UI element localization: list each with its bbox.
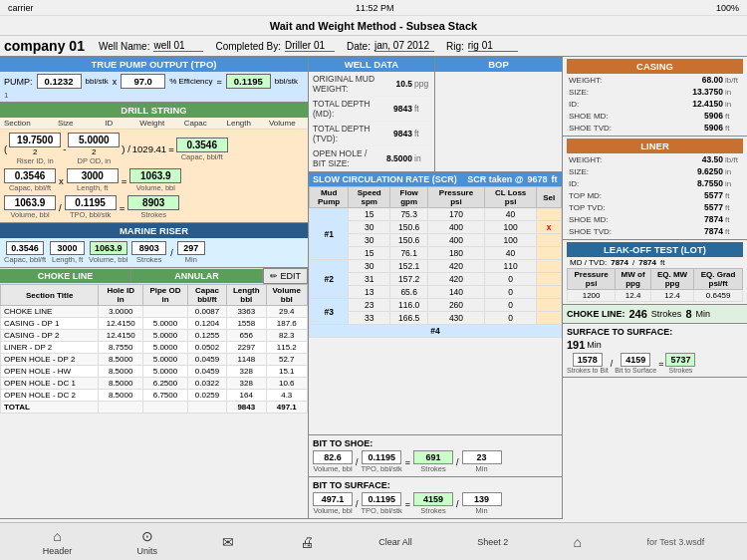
riser-volume: 1063.9 <box>90 241 127 255</box>
scr-pump-label: #2 <box>310 260 349 299</box>
scr-sel-cell[interactable] <box>537 247 562 260</box>
surf-eq: = <box>658 359 663 369</box>
choke-cell: CHOKE LINE <box>1 306 99 318</box>
choke-cell: 5.0000 <box>143 318 188 330</box>
scr-sel-cell[interactable] <box>537 234 562 247</box>
scr-sel-cell[interactable] <box>537 208 562 221</box>
bit-surf-tpo: 0.1195 <box>362 492 401 506</box>
well-data-row: TOTAL DEPTH (MD):9843ft <box>309 97 434 122</box>
choke-summary-min: 8 <box>685 308 691 320</box>
lot-col-mw: MW ofppg <box>616 269 651 290</box>
tpo-result: 0.1195 <box>226 74 271 89</box>
toolbar-clear-all[interactable]: Clear All <box>378 537 412 547</box>
choke-summary-label: CHOKE LINE: <box>567 309 625 319</box>
scr-speed: 15 <box>349 247 390 260</box>
liner-row: SHOE MD:7874ft <box>567 213 743 225</box>
paren-close: ) / <box>122 143 129 154</box>
liner-label: WEIGHT: <box>569 155 685 164</box>
choke-cell: CASING - DP 2 <box>1 330 99 342</box>
choke-cell: 82.3 <box>266 330 308 342</box>
liner-label: SHOE MD: <box>569 215 685 224</box>
volume2-val: 1063.9 <box>129 168 181 183</box>
liner-label: SHOE TVD: <box>569 227 685 236</box>
pump-number-label: 1 <box>4 91 8 100</box>
choke-col-title: Section Title <box>1 285 99 306</box>
scr-sel-cell[interactable] <box>537 299 562 312</box>
scr-pressure: 140 <box>428 286 485 299</box>
well-data-row: TOTAL DEPTH (TVD):9843ft <box>309 122 434 146</box>
pump-label: PUMP: <box>4 77 33 87</box>
status-battery: 100% <box>716 3 739 13</box>
choke-cell: 12.4150 <box>99 318 143 330</box>
choke-cell <box>143 402 188 414</box>
dp-sup2: 2 <box>92 147 96 156</box>
toolbar-home[interactable]: ⌂ <box>574 534 582 550</box>
eq3: = <box>120 202 125 213</box>
surf-val2: 4159 <box>621 353 650 367</box>
scr-col-cl-loss: CL Losspsi <box>484 187 537 208</box>
scr-cl_loss: 40 <box>484 247 537 260</box>
well-data-val: 9843 <box>377 129 412 139</box>
equals1: = <box>168 143 174 154</box>
well-data-label: TOTAL DEPTH (MD): <box>313 99 377 119</box>
toolbar-email[interactable]: ✉ <box>222 534 234 550</box>
surf-result: 5737 <box>665 353 695 367</box>
choke-cell <box>187 402 226 414</box>
edit-button[interactable]: ✏ EDIT <box>263 268 308 284</box>
casing-row: SHOE MD:5906ft <box>567 110 743 122</box>
divisor-val: 1029.41 <box>132 143 166 154</box>
riser-volume-label: Volume, bbl <box>89 255 127 264</box>
bit-surf-min-label: Min <box>476 506 488 515</box>
scr-cl_loss: 110 <box>484 260 537 273</box>
scr-sel-cell[interactable] <box>537 260 562 273</box>
toolbar-header-label: Header <box>43 546 73 556</box>
choke-cell: 0.0259 <box>187 390 226 402</box>
scr-flow: 157.2 <box>390 273 428 286</box>
casing-label: SHOE MD: <box>569 112 685 121</box>
bit-to-shoe-title: BIT TO SHOE: <box>313 438 558 448</box>
choke-cell: 328 <box>227 366 266 378</box>
drill-header-volume: Volume <box>261 119 305 128</box>
choke-cell: 164 <box>227 390 266 402</box>
riser-id-val: 19.7500 <box>9 133 61 147</box>
capac2-val: 0.3546 <box>4 168 56 183</box>
tpo-val1: 0.1232 <box>37 74 82 89</box>
scr-sel-cell[interactable] <box>537 273 562 286</box>
bit-surf-vol-label: Volume, bbl <box>313 506 352 515</box>
riser-capac: 0.3546 <box>6 241 44 255</box>
page-title: Wait and Weight Method - Subsea Stack <box>86 20 661 32</box>
liner-unit: lb/ft <box>723 155 741 164</box>
liner-unit: ft <box>723 191 741 200</box>
toolbar-sheet2[interactable]: Sheet 2 <box>477 537 508 547</box>
scr-speed: 30 <box>349 260 390 273</box>
choke-col-pipeod: Pipe ODin <box>143 285 188 306</box>
scr-sel-cell[interactable]: x <box>537 221 562 234</box>
choke-cell: 2297 <box>227 342 266 354</box>
choke-cell: 29.4 <box>266 306 308 318</box>
choke-cell: LINER - DP 2 <box>1 342 99 354</box>
liner-val: 5577 <box>685 190 723 200</box>
toolbar-header[interactable]: ⌂ Header <box>43 528 73 556</box>
casing-val: 68.00 <box>685 75 723 85</box>
liner-unit: ft <box>723 227 741 236</box>
scr-pressure: 420 <box>428 260 485 273</box>
scr-sel-cell[interactable] <box>537 286 562 299</box>
capac-result: 0.3546 <box>176 138 228 152</box>
scr-cl_loss: 100 <box>484 221 537 234</box>
choke-cell: 115.2 <box>266 342 308 354</box>
lot-ft: ft <box>660 258 664 267</box>
toolbar-units[interactable]: ⊙ Units <box>137 528 158 556</box>
toolbar-print[interactable]: 🖨 <box>300 534 314 550</box>
lot-header: LEAK-OFF TEST (LOT) <box>567 242 743 257</box>
casing-unit: ft <box>723 112 741 121</box>
bit-surf-slash2: / <box>456 499 459 509</box>
scr-sel-cell[interactable] <box>537 312 562 325</box>
email-icon: ✉ <box>222 534 234 550</box>
lot-slash: / <box>632 258 634 267</box>
minus-sign: - <box>63 143 66 154</box>
choke-cell: 328 <box>227 378 266 390</box>
drill-section-header: DRILL STRING <box>0 103 308 118</box>
drill-header-capac: Capac <box>174 119 218 128</box>
riser-id-label: Riser ID, in <box>17 156 54 165</box>
surf-val2-label: Bit to Surface <box>615 367 656 374</box>
